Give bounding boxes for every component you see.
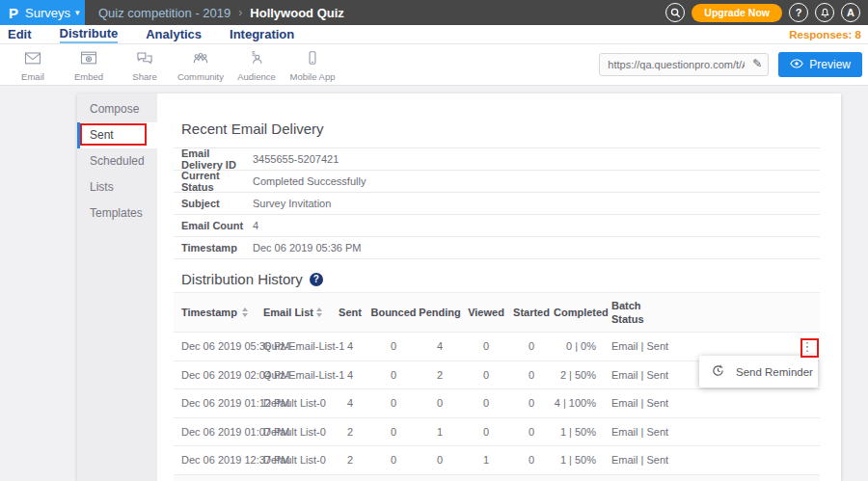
chevron-down-icon: ▾ xyxy=(75,8,80,17)
row-pending: 4 xyxy=(417,340,463,352)
edit-url-icon[interactable]: ✎ xyxy=(752,57,762,70)
community-icon xyxy=(191,49,210,70)
kv-label: Email Delivery ID xyxy=(181,147,253,171)
row-sent: 4 xyxy=(330,397,370,409)
row-pending: 1 xyxy=(417,426,463,438)
distribution-history-header: Distribution History ? xyxy=(181,272,820,286)
embed-icon xyxy=(79,49,98,70)
email-delivery-id-value: 3455655-5207421 xyxy=(253,153,339,165)
kv-row: Timestamp Dec 06 2019 05:36 PM xyxy=(174,236,820,258)
sort-icon[interactable] xyxy=(242,307,248,317)
tab-integration[interactable]: Integration xyxy=(230,27,294,42)
row-completed: 4 | 100% xyxy=(554,397,608,409)
row-sent: 2 xyxy=(330,426,370,438)
preview-button[interactable]: Preview xyxy=(778,52,862,77)
responses-count: Responses: 8 xyxy=(789,29,861,40)
survey-url-input[interactable] xyxy=(599,53,769,76)
distribute-toolbar: Email Embed Share Community $ Audience M… xyxy=(0,44,868,86)
row-viewed: 0 xyxy=(463,397,509,409)
sidebar-item-scheduled[interactable]: Scheduled xyxy=(77,148,157,174)
row-email-list: Quiz-Email-List-1 xyxy=(256,340,330,352)
questionpro-logo: P xyxy=(9,5,18,21)
toolbar-item-label: Email xyxy=(21,71,44,82)
toolbar-item-community[interactable]: Community xyxy=(173,47,229,82)
table-footer xyxy=(174,475,820,481)
upgrade-now-button[interactable]: Upgrade Now xyxy=(692,4,782,22)
search-icon[interactable] xyxy=(665,3,685,22)
toolbar-item-email[interactable]: Email xyxy=(5,47,61,82)
table-row: Dec 06 2019 12:37 PM Default List-0 2 0 … xyxy=(174,446,820,475)
sidebar-item-compose[interactable]: Compose xyxy=(77,96,157,122)
email-icon xyxy=(23,49,42,70)
row-started: 0 xyxy=(509,454,554,466)
row-email-list: Quiz-Email-List-1 xyxy=(256,369,330,381)
sort-icon[interactable] xyxy=(316,307,322,317)
avatar[interactable]: A xyxy=(841,3,860,22)
row-timestamp: Dec 06 2019 02:04 PM xyxy=(174,369,256,381)
row-context-menu: Send Reminder xyxy=(699,356,818,387)
distribution-history-title: Distribution History xyxy=(181,272,303,286)
tab-distribute[interactable]: Distribute xyxy=(60,26,119,43)
toolbar-item-mobile-app[interactable]: Mobile App xyxy=(285,47,340,82)
sidebar-item-templates[interactable]: Templates xyxy=(77,200,157,227)
row-timestamp: Dec 06 2019 05:36 PM xyxy=(174,340,256,352)
breadcrumb-survey-link[interactable]: Quiz competition - 2019 xyxy=(98,6,231,20)
toolbar-item-share[interactable]: Share xyxy=(117,47,173,82)
kv-label: Current Status xyxy=(181,170,253,193)
audience-icon: $ xyxy=(247,49,266,70)
kv-row: Subject Survey Invitation xyxy=(174,192,820,214)
timestamp-value: Dec 06 2019 05:36 PM xyxy=(253,242,362,254)
row-actions-kebab-icon[interactable]: ⋮ xyxy=(795,340,820,353)
surveys-menu[interactable]: Surveys ▾ xyxy=(25,6,80,20)
column-header-timestamp: Timestamp xyxy=(174,306,256,319)
table-row: Dec 06 2019 01:12 PM Default List-0 4 0 … xyxy=(174,389,820,418)
breadcrumb: Quiz competition - 2019 › Hollywood Quiz xyxy=(85,0,665,25)
toolbar-item-label: Share xyxy=(132,71,156,82)
column-header-batch-status: Batch Status xyxy=(608,299,665,326)
mobile-app-icon xyxy=(303,49,322,70)
breadcrumb-current: Hollywood Quiz xyxy=(250,6,344,20)
row-sent: 2 xyxy=(330,454,370,466)
row-batch-status: Email | Sent xyxy=(608,397,665,409)
sidebar-item-lists[interactable]: Lists xyxy=(77,174,157,200)
row-viewed: 0 xyxy=(463,426,509,438)
sent-content: Recent Email Delivery Email Delivery ID … xyxy=(157,94,841,481)
distribution-help-icon[interactable]: ? xyxy=(310,273,323,286)
row-email-list: Default List-0 xyxy=(256,454,330,466)
row-completed: 0 | 0% xyxy=(554,340,608,352)
toolbar-item-embed[interactable]: Embed xyxy=(61,47,117,82)
current-status-value: Completed Successfully xyxy=(253,175,366,187)
eye-icon xyxy=(790,58,803,71)
row-bounced: 0 xyxy=(370,397,417,409)
kv-label: Email Count xyxy=(181,220,253,231)
row-viewed: 0 xyxy=(463,340,509,352)
top-bar: P Surveys ▾ Quiz competition - 2019 › Ho… xyxy=(0,0,868,25)
page-background: Compose Sent Scheduled Lists Templates R… xyxy=(0,86,868,481)
tab-edit[interactable]: Edit xyxy=(8,27,32,42)
tab-analytics[interactable]: Analytics xyxy=(146,27,202,42)
row-pending: 2 xyxy=(417,369,463,381)
column-header-email-list: Email List xyxy=(256,306,330,319)
email-count-value: 4 xyxy=(253,220,258,231)
row-completed: 2 | 50% xyxy=(554,369,608,381)
send-reminder-menu-item[interactable]: Send Reminder xyxy=(736,366,813,378)
row-pending: 0 xyxy=(417,454,463,466)
help-icon[interactable]: ? xyxy=(789,3,808,22)
row-pending: 0 xyxy=(417,397,463,409)
column-header-pending: Pending xyxy=(417,306,463,319)
svg-text:$: $ xyxy=(252,50,256,57)
survey-url-wrap: ✎ xyxy=(599,53,769,76)
sidebar-item-sent[interactable]: Sent xyxy=(77,122,157,148)
topbar-actions: Upgrade Now ? A xyxy=(665,0,868,25)
column-header-sent: Sent xyxy=(330,306,370,319)
row-bounced: 0 xyxy=(370,369,417,381)
notifications-bell-icon[interactable] xyxy=(815,3,834,22)
row-sent: 4 xyxy=(330,369,370,381)
kv-label: Timestamp xyxy=(181,242,253,254)
toolbar-item-audience[interactable]: $ Audience xyxy=(229,47,285,82)
questionpro-app: P Surveys ▾ Quiz competition - 2019 › Ho… xyxy=(0,0,868,481)
kv-row: Email Delivery ID 3455655-5207421 xyxy=(174,147,820,170)
email-sidebar: Compose Sent Scheduled Lists Templates xyxy=(77,94,157,481)
toolbar-item-label: Community xyxy=(177,71,224,82)
row-timestamp: Dec 06 2019 01:12 PM xyxy=(174,397,256,409)
